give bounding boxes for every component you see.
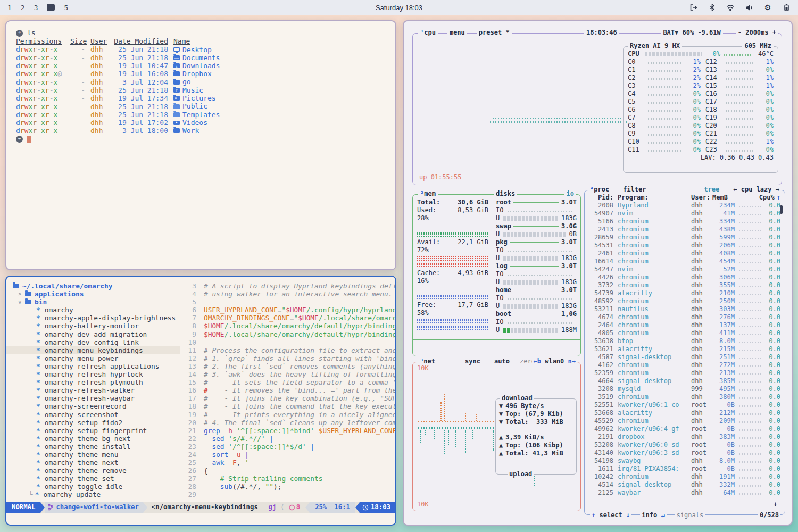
select-hint[interactable]: ↑ select ↓ (590, 511, 631, 519)
tree-item[interactable]: └ * omarchy-theme-set (6, 475, 180, 483)
process-header[interactable]: Pid: Program: User: MemB Cpu% ↑ (589, 194, 780, 202)
tree-item[interactable]: └ * omarchy-theme-remove (6, 467, 180, 475)
tree-item[interactable]: └ * ~/.local/share/omarchy (6, 282, 180, 290)
process-row[interactable]: 4805 chromium dhh 411M 0.0 (589, 329, 780, 337)
process-row[interactable]: 2461 chromium dhh 408M 0.0 (589, 250, 780, 257)
sync-toggle[interactable]: sync (463, 358, 482, 365)
signals-hint[interactable]: signals (675, 511, 705, 519)
process-row[interactable]: 2464 chromium dhh 137M 0.0 (589, 321, 780, 329)
volume-icon[interactable] (745, 3, 753, 12)
proc-tab[interactable]: ⁴proc (588, 186, 611, 194)
settings-gear-icon[interactable]: ⚙ (763, 3, 772, 12)
process-row[interactable]: 54531 chromium dhh 206M 0.0 (589, 242, 780, 250)
core-row: C23 0% (705, 146, 774, 154)
process-row[interactable]: 5166 chromium dhh 334M 0.0 (589, 218, 780, 226)
process-row[interactable]: 3208 mysqld 999 495M 0.0 (589, 385, 780, 393)
tree-item[interactable]: └ * applications (6, 290, 180, 298)
tree-item[interactable]: └ * omarchy-theme-install (6, 443, 180, 451)
process-row[interactable]: 53211 nautilus dhh 303M 0.0 (589, 305, 780, 313)
tree-item[interactable]: └ * omarchy-battery-monitor (6, 322, 180, 330)
tree-item[interactable]: └ * omarchy-theme-menu (6, 451, 180, 459)
line-number: 24 (180, 451, 196, 459)
process-row[interactable]: 2008 Hyprland dhh 234M 0.0 (589, 202, 780, 210)
process-row[interactable]: 10242 chromium dhh 191M 0.0 (589, 473, 780, 481)
process-row[interactable]: 45529 chromium dhh 209M 0.0 (589, 417, 780, 425)
tree-item[interactable]: └ * omarchy-setup-fingerprint (6, 427, 180, 435)
process-row[interactable]: 52551 kworker/u96:1-co root 0B 0.0 (589, 401, 780, 409)
cpu-tab[interactable]: ¹cpu (418, 29, 438, 37)
tree-item[interactable]: └ * omarchy-menu-power (6, 354, 180, 362)
tree-item[interactable]: └ * omarchy-refresh-waybar (6, 394, 180, 402)
tree-item[interactable]: └ * omarchy-refresh-walker (6, 386, 180, 394)
editor-window[interactable]: └ * ~/.local/share/omarchy └ * ap (5, 276, 396, 526)
process-row[interactable]: 54198 swaybg dhh 8.0M 0.0 (589, 457, 780, 465)
process-row[interactable]: 2191 dropbox dhh 383M 0.0 (589, 433, 780, 441)
process-row[interactable]: 4426 chromium dhh 306M 0.0 (589, 273, 780, 281)
tree-item[interactable]: └ * omarchy-update (6, 491, 180, 498)
interval-control[interactable]: - 2000ms + (736, 29, 778, 37)
tree-item[interactable]: └ * omarchy-menu-keybindings (6, 346, 180, 354)
wifi-icon[interactable] (726, 3, 735, 12)
tree-item[interactable]: └ * omarchy-setup-fido2 (6, 419, 180, 427)
tree-item[interactable]: └ * omarchy-theme-next (6, 459, 180, 467)
logout-icon[interactable] (689, 3, 697, 12)
bluetooth-icon[interactable] (708, 3, 716, 12)
prompt-line-2[interactable]: ➜ (16, 135, 395, 144)
process-row[interactable]: 53638 btop dhh 8.0M 0.0 (589, 337, 780, 345)
process-row[interactable]: 54739 alacritty dhh 210M 0.0 (589, 289, 780, 297)
process-row[interactable]: 53208 kworker/u96:0-sd root 0B 0.0 (589, 441, 780, 449)
process-row[interactable]: 2413 chromium dhh 438M 0.0 (589, 226, 780, 234)
process-row[interactable]: 28659 chromium dhh 599M 0.0 (589, 234, 780, 242)
tree-item[interactable]: └ * omarchy-dev-config-link (6, 338, 180, 346)
interface-switcher[interactable]: ←b wlan0 n→ (532, 358, 578, 365)
auto-toggle[interactable]: auto (493, 358, 511, 365)
process-row[interactable]: 3732 chromium dhh 355M 0.0 (589, 281, 780, 289)
sort-selector[interactable]: ← cpu lazy → (731, 186, 782, 194)
btop-window[interactable]: ¹cpu menu preset * 18:03:46 BAT▼ 60% -9.… (403, 20, 793, 526)
tree-item[interactable]: └ * omarchy-apple-display-brightness (6, 314, 180, 322)
tree-item[interactable]: └ * bin (6, 298, 180, 306)
process-row[interactable]: 4162 chromium dhh 272M 0.0 (589, 361, 780, 369)
tree-item[interactable]: └ * omarchy-theme-bg-next (6, 435, 180, 443)
tree-item[interactable]: └ * omarchy-dev-add-migration (6, 330, 180, 338)
process-row[interactable]: 4514 signal-desktop dhh 332M 0.0 (589, 481, 780, 489)
core-row: C14 1% (705, 74, 774, 82)
process-row[interactable]: 3519 chromium dhh 380M 0.0 (589, 393, 780, 401)
battery-icon[interactable] (782, 3, 791, 12)
tree-toggle[interactable]: tree (702, 186, 721, 194)
tree-item[interactable]: └ * omarchy-toggle-idle (6, 483, 180, 491)
io-toggle[interactable]: io (564, 190, 576, 198)
process-row[interactable]: 52359 chromium dhh 213M 0.0 (589, 369, 780, 377)
info-hint[interactable]: info ↵ (640, 511, 666, 519)
proc-scrollbar[interactable] (780, 205, 783, 214)
process-row[interactable]: 43140 kworker/u96:3-sd root 0B 0.0 (589, 449, 780, 457)
process-row[interactable]: 53668 alacritty dhh 212M 0.0 (589, 409, 780, 417)
process-row[interactable]: 4587 signal-desktop dhh 251M 0.0 (589, 353, 780, 361)
filter-button[interactable]: filter (621, 186, 648, 194)
scroll-down-icon[interactable]: ↓ (774, 500, 777, 508)
tree-item[interactable]: └ * omarchy-screenrecord (6, 402, 180, 410)
process-row[interactable]: 1611 irq/81-PIXA3854: root 0B 0.0 (589, 465, 780, 473)
terminal-window[interactable]: ➜ ls Permissions Size User Date Modified… (5, 20, 396, 270)
tree-item[interactable]: └ * omarchy-refresh-hyprlock (6, 370, 180, 378)
mem-tab[interactable]: ²mem (418, 190, 438, 198)
tree-item[interactable]: └ * omarchy (6, 306, 180, 314)
process-row[interactable]: 48592 chromium dhh 250M 0.0 (589, 297, 780, 305)
process-row[interactable]: 49962 kworker/u96:4-gf root 0B 0.0 (589, 425, 780, 433)
tree-item[interactable]: └ * omarchy-refresh-plymouth (6, 378, 180, 386)
process-row[interactable]: 53621 alacritty dhh 215M 0.0 (589, 345, 780, 353)
folder-icon (173, 88, 180, 93)
menu-button[interactable]: menu (447, 29, 467, 37)
process-row[interactable]: 2125 waybar dhh 64M 0.0 (589, 489, 780, 497)
process-row[interactable]: 16614 chromium dhh 454M 0.0 (589, 257, 780, 265)
preset-button[interactable]: preset * (477, 29, 512, 37)
tree-item[interactable]: └ * omarchy-screenshot (6, 411, 180, 419)
process-row[interactable]: 54907 nvim dhh 41M 0.0 (589, 210, 780, 218)
process-row[interactable]: 4674 chromium dhh 276M 0.0 (589, 313, 780, 321)
disks-label[interactable]: disks (494, 190, 517, 198)
tree-item[interactable]: └ * omarchy-refresh-applications (6, 362, 180, 370)
file-tree[interactable]: └ * ~/.local/share/omarchy └ * ap (6, 277, 180, 500)
code-buffer[interactable]: 3 # A script to display Hyprland keybind… (180, 277, 395, 500)
process-row[interactable]: 54247 nvim dhh 52M 0.0 (589, 265, 780, 273)
process-row[interactable]: 4664 signal-desktop dhh 385M 0.0 (589, 377, 780, 385)
